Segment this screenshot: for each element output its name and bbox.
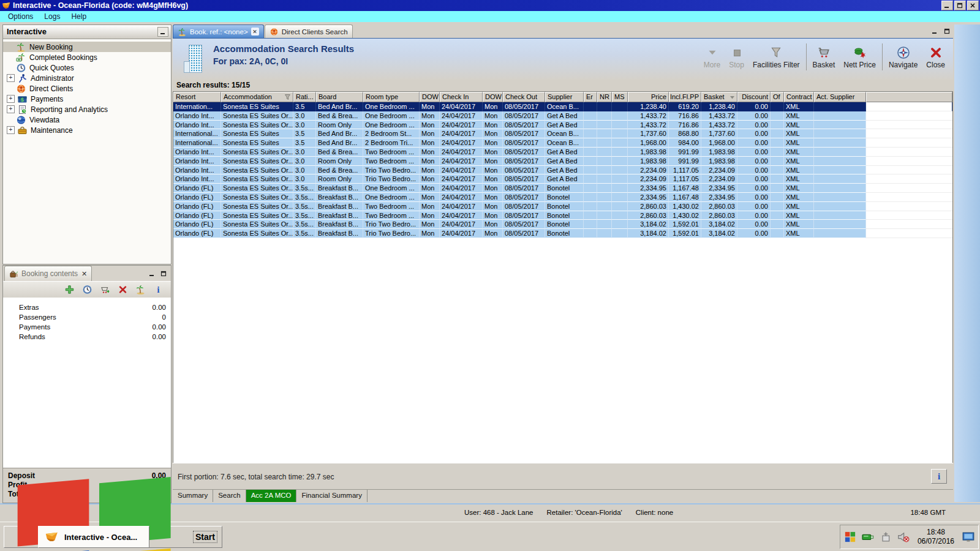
table-row[interactable]: Orlando (FL)Sonesta ES Suites Or...3.5s.… bbox=[173, 211, 952, 220]
cell-act-supplier bbox=[814, 129, 866, 138]
table-row[interactable]: Orlando (FL)Sonesta ES Suites Or...3.5s.… bbox=[173, 202, 952, 211]
tab-direct-clients-search[interactable]: Direct Clients Search bbox=[265, 24, 353, 38]
table-row[interactable]: International...Sonesta ES Suites3.5Bed … bbox=[173, 129, 952, 138]
basket-button[interactable]: Basket bbox=[809, 45, 840, 70]
column-header-check-in[interactable]: Check In bbox=[440, 92, 483, 102]
volume-muted-icon[interactable] bbox=[897, 531, 910, 543]
table-row[interactable]: Orlando (FL)Sonesta ES Suites Or...3.5s.… bbox=[173, 229, 952, 238]
table-row[interactable]: Orlando Int...Sonesta ES Suites Or...3.0… bbox=[173, 148, 952, 157]
table-row[interactable]: Orlando (FL)Sonesta ES Suites Or...3.5s.… bbox=[173, 193, 952, 202]
column-header-nr[interactable]: NR bbox=[597, 92, 612, 102]
cell-of bbox=[771, 184, 784, 193]
column-header-dow[interactable]: DOW bbox=[483, 92, 503, 102]
holiday-button[interactable] bbox=[135, 285, 146, 294]
pane-minimize-button[interactable] bbox=[930, 27, 940, 36]
add-button[interactable] bbox=[64, 285, 75, 294]
quick-quote-button[interactable] bbox=[82, 285, 92, 294]
menu-logs[interactable]: Logs bbox=[39, 12, 66, 21]
column-header-check-out[interactable]: Check Out bbox=[503, 92, 545, 102]
window-close-button[interactable] bbox=[967, 1, 979, 10]
sidebar-item-quick-quotes[interactable]: Quick Quotes bbox=[3, 62, 171, 73]
pane-maximize-button[interactable] bbox=[159, 269, 168, 278]
cell-dow: Mon bbox=[483, 138, 503, 148]
column-header-dow[interactable]: DOW bbox=[420, 92, 440, 102]
table-row[interactable]: Orlando Int...Sonesta ES Suites Or...3.0… bbox=[173, 111, 952, 121]
info-button[interactable]: i bbox=[931, 469, 947, 484]
bottom-tab-acc-2a-mco[interactable]: Acc 2A MCO bbox=[246, 490, 297, 502]
antivirus-tray-icon[interactable] bbox=[844, 531, 856, 543]
tab-close-icon[interactable]: ✕ bbox=[251, 28, 259, 36]
cell-supplier: Ocean B... bbox=[545, 102, 584, 111]
table-row[interactable]: Orlando Int...Sonesta ES Suites Or...3.0… bbox=[173, 174, 952, 184]
column-header-er[interactable]: Er bbox=[584, 92, 597, 102]
sidebar-item-payments[interactable]: +$Payments bbox=[3, 94, 171, 104]
table-row[interactable]: International...Sonesta ES Suites3.5Bed … bbox=[173, 138, 952, 148]
expand-plus-icon[interactable]: + bbox=[7, 105, 15, 113]
tab-booking-contents[interactable]: Booking contents ✕ bbox=[4, 266, 92, 281]
sidebar-item-new-booking[interactable]: New Booking bbox=[3, 42, 171, 52]
network-tray-icon[interactable] bbox=[862, 531, 874, 543]
column-header-board[interactable]: Board bbox=[316, 92, 363, 102]
bottom-tab-financial-summary[interactable]: Financial Summary bbox=[296, 490, 367, 502]
navigate-button[interactable]: Navigate bbox=[884, 45, 922, 70]
cell-of bbox=[771, 138, 784, 148]
sidebar-item-viewdata[interactable]: Viewdata bbox=[3, 114, 171, 125]
cell-filler bbox=[866, 211, 952, 220]
cell-supplier: Bonotel bbox=[545, 202, 584, 211]
table-row[interactable]: Orlando (FL)Sonesta ES Suites Or...3.5s.… bbox=[173, 220, 952, 229]
table-row[interactable]: Orlando (FL)Sonesta ES Suites Or...3.5s.… bbox=[173, 184, 952, 193]
column-header-accommodation[interactable]: Accommodation bbox=[221, 92, 293, 102]
cell-discount: 0.00 bbox=[737, 202, 771, 211]
facilities-filter-button[interactable]: Facilities Filter bbox=[748, 45, 804, 70]
tab-close-icon[interactable]: ✕ bbox=[81, 270, 87, 278]
column-header-incl-fl-pp[interactable]: Incl.Fl.PP bbox=[669, 92, 701, 102]
sidebar-item-reporting-and-analytics[interactable]: +Reporting and Analytics bbox=[3, 104, 171, 114]
table-row[interactable]: Orlando Int...Sonesta ES Suites Or...3.0… bbox=[173, 157, 952, 166]
column-header-resort[interactable]: Resort bbox=[173, 92, 221, 102]
info-button[interactable]: i bbox=[153, 285, 164, 294]
column-header-rati[interactable]: Rati... bbox=[293, 92, 316, 102]
move-to-basket-button[interactable] bbox=[100, 285, 110, 294]
delete-button[interactable] bbox=[118, 285, 128, 294]
sidebar-item-administrator[interactable]: +Administrator bbox=[3, 73, 171, 83]
show-desktop-icon[interactable] bbox=[962, 531, 974, 543]
filter-icon[interactable] bbox=[284, 94, 291, 100]
menu-help[interactable]: Help bbox=[66, 12, 92, 21]
menu-options[interactable]: Options bbox=[2, 12, 39, 21]
window-restore-button[interactable] bbox=[954, 1, 966, 10]
column-header-ms[interactable]: MS bbox=[612, 92, 628, 102]
expand-plus-icon[interactable]: + bbox=[7, 126, 15, 134]
expand-plus-icon[interactable]: + bbox=[7, 74, 15, 82]
taskbar-task-button[interactable]: Interactive - Ocea... bbox=[38, 526, 149, 548]
device-tray-icon[interactable] bbox=[880, 531, 892, 543]
cell-incl-fl-pp: 984.00 bbox=[669, 138, 701, 148]
pane-minimize-button[interactable] bbox=[147, 269, 157, 278]
column-header-supplier[interactable]: Supplier bbox=[545, 92, 584, 102]
sidebar-item-completed-bookings[interactable]: Completed Bookings bbox=[3, 52, 171, 62]
column-header-basket[interactable]: Basket bbox=[701, 92, 737, 102]
column-header-price[interactable]: Price bbox=[628, 92, 669, 102]
pane-maximize-button[interactable] bbox=[942, 27, 952, 36]
column-header-contract[interactable]: Contract bbox=[784, 92, 814, 102]
bottom-tab-search[interactable]: Search bbox=[213, 490, 246, 502]
cell-contract: XML bbox=[784, 174, 814, 184]
sidebar-item-direct-clients[interactable]: Direct Clients bbox=[3, 83, 171, 94]
cell-nr bbox=[597, 129, 612, 138]
expand-plus-icon[interactable]: + bbox=[7, 95, 15, 103]
clock-icon bbox=[16, 63, 26, 73]
cell-check-out: 08/05/2017 bbox=[503, 174, 545, 184]
panel-minimize-button[interactable] bbox=[157, 27, 168, 37]
table-row[interactable]: Orlando Int...Sonesta ES Suites Or...3.0… bbox=[173, 121, 952, 130]
sidebar-item-maintenance[interactable]: +Maintenance bbox=[3, 125, 171, 135]
window-minimize-button[interactable] bbox=[941, 1, 953, 10]
close-button[interactable]: Close bbox=[922, 45, 949, 70]
cell-board: Breakfast B... bbox=[316, 202, 363, 211]
column-header-discount[interactable]: Discount bbox=[737, 92, 771, 102]
column-header-room-type[interactable]: Room type bbox=[363, 92, 420, 102]
tab-book-ref[interactable]: Book. ref.: <none> ✕ bbox=[173, 24, 264, 38]
nett-price-button[interactable]: Nett Price bbox=[839, 45, 880, 70]
table-row[interactable]: Orlando Int...Sonesta ES Suites Or...3.0… bbox=[173, 166, 952, 175]
column-header-act-supplier[interactable]: Act. Supplier bbox=[814, 92, 866, 102]
table-row[interactable]: Internation...Sonesta ES Suites3.5Bed An… bbox=[173, 102, 952, 111]
column-header-of[interactable]: Of bbox=[771, 92, 784, 102]
